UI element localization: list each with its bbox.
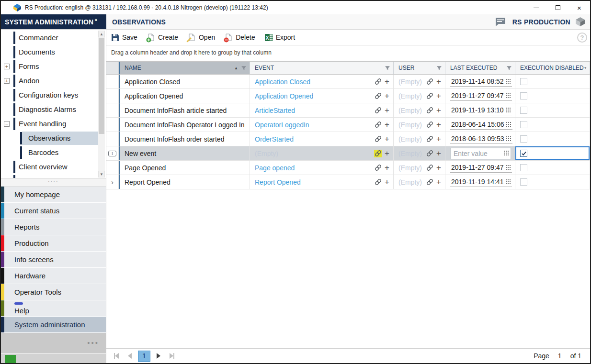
pager-first-button[interactable] [111,351,122,361]
event-link[interactable]: ArticleStarted [255,107,374,114]
create-button[interactable]: Create [147,33,178,42]
filter-icon[interactable] [241,65,247,71]
link-icon[interactable] [374,164,382,172]
column-header-last-executed[interactable]: LAST EXECUTED [445,62,515,74]
execution-disabled-cell[interactable] [515,75,590,88]
link-icon[interactable] [426,107,433,114]
event-link[interactable]: Page opened [255,164,374,172]
row-indicator-cell[interactable]: I [106,146,119,160]
table-row[interactable]: Application Opened Application Opened + … [106,89,590,103]
tree-item-configuration-keys[interactable]: Configuration keys [1,88,98,102]
tree-item-andon[interactable]: + Andon [1,74,98,88]
name-cell[interactable]: Application Opened [119,89,250,103]
date-editor[interactable]: 2018-06-13 09:53 [450,134,512,144]
user-cell[interactable]: (Empty) + [394,103,445,117]
date-picker-icon[interactable] [506,136,511,142]
add-icon[interactable]: + [385,135,389,143]
event-link[interactable]: Application Closed [255,78,374,86]
tree-item-forms[interactable]: + Forms [1,59,98,74]
link-icon[interactable] [374,78,382,86]
last-executed-cell[interactable]: Enter value [445,146,515,160]
add-icon[interactable]: + [436,135,441,143]
event-link[interactable]: Application Opened [255,92,374,100]
scrollbar-thumb[interactable] [99,38,104,134]
sidebar-header[interactable]: SYSTEM ADMINISTRATION « [1,14,106,29]
tree-item-logging-locations[interactable]: Logging locations [1,174,98,178]
add-icon[interactable]: + [385,106,389,114]
scroll-down-icon[interactable]: ▼ [98,171,105,177]
link-icon[interactable] [374,107,382,114]
nav-item-system-administration[interactable]: System administration [1,317,106,332]
nav-item-production[interactable]: Production [1,235,106,251]
add-icon[interactable]: + [385,121,389,129]
event-link[interactable]: (Empty) [255,150,374,157]
messages-icon[interactable] [495,17,506,26]
name-cell[interactable]: New event [119,146,250,160]
execution-disabled-cell[interactable] [515,132,590,146]
link-icon[interactable] [374,150,382,157]
row-indicator-cell[interactable]: › [106,175,119,189]
maximize-button[interactable] [547,1,568,14]
add-icon[interactable]: + [385,77,389,86]
user-cell[interactable]: (Empty) + [394,146,445,160]
row-indicator-cell[interactable] [106,103,119,117]
user-cell[interactable]: (Empty) + [394,132,445,146]
add-icon[interactable]: + [436,178,441,186]
tree-scrollbar[interactable]: ▲ ▼ [98,31,105,177]
nav-item-hardware[interactable]: Hardware [1,268,106,284]
add-icon[interactable]: + [385,164,389,172]
last-executed-cell[interactable]: 2019-11-27 09:47 [445,161,515,175]
row-indicator-cell[interactable] [106,75,119,88]
table-row[interactable]: I New event (Empty) + (Empty) + Enter va… [106,146,590,161]
table-row[interactable]: Document InfoFlash Operator Logged In Op… [106,118,590,132]
nav-item-info-screens[interactable]: Info screens [1,252,106,267]
execution-disabled-cell[interactable] [515,161,590,175]
scroll-up-icon[interactable]: ▲ [98,31,105,37]
overflow-menu-icon[interactable]: ••• [87,339,99,347]
tree-item-commander[interactable]: Commander [1,31,98,45]
execution-disabled-checkbox[interactable] [520,78,527,85]
execution-disabled-checkbox[interactable] [520,164,527,171]
link-icon[interactable] [426,78,433,86]
name-cell[interactable]: Document InfoFlash article started [119,103,250,117]
link-icon[interactable] [426,121,433,129]
row-indicator-cell[interactable] [106,118,119,132]
filter-icon[interactable] [436,65,442,71]
event-cell[interactable]: Page opened + [250,161,394,175]
event-cell[interactable]: Application Closed + [250,75,394,88]
date-editor[interactable]: Enter value [450,148,511,159]
add-icon[interactable]: + [436,121,441,129]
name-cell[interactable]: Document InfoFlash order started [119,132,250,146]
date-picker-icon[interactable] [504,151,509,156]
add-icon[interactable]: + [436,164,441,172]
collapse-icon[interactable]: « [94,17,97,22]
date-editor[interactable]: 2019-11-19 13:10 [450,105,512,115]
column-header-execution-disabled[interactable]: EXECUTION DISABLED [515,62,590,74]
close-button[interactable]: × [568,1,590,14]
nav-item-operator-tools[interactable]: Operator Tools [1,284,106,300]
column-header-name[interactable]: NAME ▲ [119,62,250,74]
user-cell[interactable]: (Empty) + [394,161,445,175]
pager-prev-button[interactable] [125,351,135,361]
event-link[interactable]: Report Opened [255,178,374,186]
splitter-grip[interactable]: ···· [1,178,106,187]
nav-item-current-status[interactable]: Current status [1,203,106,219]
execution-disabled-checkbox[interactable] [520,121,527,128]
pager-next-button[interactable] [153,351,164,361]
row-indicator-cell[interactable] [106,132,119,146]
add-icon[interactable]: + [436,77,441,86]
event-cell[interactable]: OperatorLoggedIn + [250,118,394,132]
date-picker-icon[interactable] [506,79,511,84]
row-indicator-cell[interactable] [106,89,119,103]
user-cell[interactable]: (Empty) + [394,75,445,88]
user-cell[interactable]: (Empty) + [394,118,445,132]
event-cell[interactable]: ArticleStarted + [250,103,394,117]
filter-icon[interactable] [385,65,390,71]
tree-item-observations[interactable]: Observations [1,131,98,145]
date-editor[interactable]: 2019-11-27 09:47 [450,91,512,101]
execution-disabled-cell[interactable] [515,89,590,103]
export-button[interactable]: X Export [265,33,295,42]
execution-disabled-cell[interactable] [515,175,590,189]
filter-icon[interactable] [506,65,512,71]
table-row[interactable]: Document InfoFlash article started Artic… [106,103,590,118]
